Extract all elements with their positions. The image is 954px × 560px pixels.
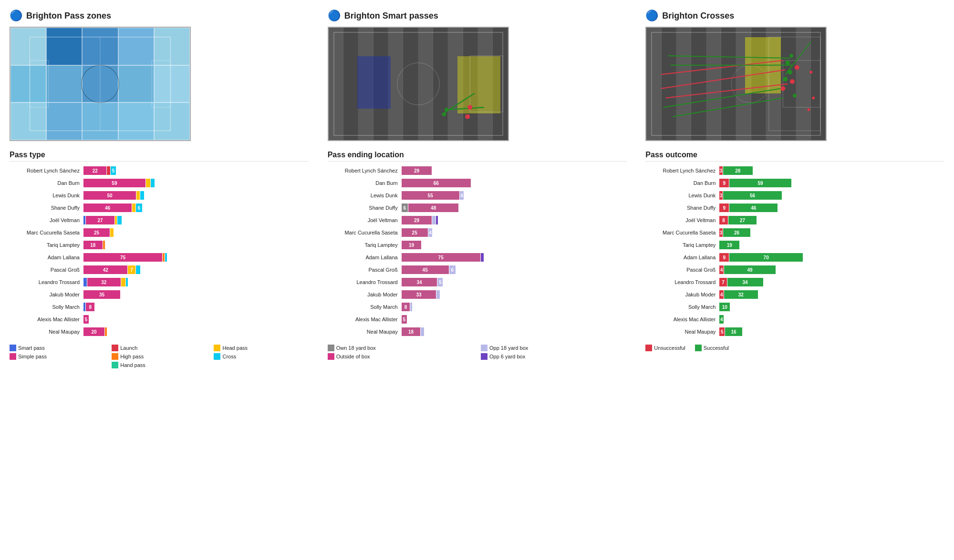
bar-pink: 5 (83, 315, 89, 324)
svg-point-27 (788, 70, 793, 75)
svg-point-11 (465, 114, 470, 119)
bar-group-outcome: 946 (719, 204, 944, 212)
legend-smart-pass: Smart pass (10, 345, 104, 351)
pass-end-row: Shane Duffy648 (328, 203, 627, 213)
legend-outside-box: Outside of box (328, 353, 473, 360)
pass-zones-pitch (10, 27, 191, 141)
player-name-label-outcome: Solly March (645, 304, 719, 310)
pz-cell-14 (154, 102, 190, 140)
pass-outcome-row: Shane Duffy946 (645, 203, 944, 213)
svg-point-30 (790, 79, 795, 84)
legend-smart-pass-color (10, 345, 16, 351)
bar-cyan: 6 (136, 204, 142, 212)
pass-outcome-row: Dan Burn959 (645, 178, 944, 188)
pass-outcome-row: Tariq Lamptey19 (645, 240, 944, 250)
brighton-logo-1: 🔵 (10, 10, 22, 22)
pz-cell-0 (10, 28, 46, 65)
bar-blue (83, 303, 85, 311)
pass-type-chart: Robert Lynch Sánchez225Dan Burn59Lewis D… (10, 165, 309, 337)
svg-point-33 (793, 94, 797, 98)
pass-end-row: Dan Burn66 (328, 178, 627, 188)
bar-outcome-green: 28 (723, 166, 753, 175)
player-name-label-outcome: Dan Burn (645, 180, 719, 186)
bar-group-end: 19 (402, 241, 627, 249)
pz-cell-13 (118, 102, 154, 140)
bar-group-outcome: 19 (719, 241, 944, 249)
player-name-label-end: Jakub Moder (328, 292, 402, 297)
legend-head-pass-label: Head pass (222, 345, 248, 351)
bar-group-outcome: 827 (719, 216, 944, 224)
bar-cyan (165, 253, 167, 262)
bar-cyan (126, 278, 128, 286)
bar-end-purple (481, 253, 484, 262)
bar-pink: 18 (83, 241, 103, 249)
legend-outside-box-label: Outside of box (336, 354, 370, 359)
pass-end-row: Adam Lallana75 (328, 252, 627, 263)
pass-type-row: Adam Lallana75 (10, 252, 309, 263)
bar-group: 5 (83, 315, 309, 324)
bar-group: 18 (83, 241, 309, 249)
player-name-label: Marc Cucurella Saseta (10, 230, 83, 235)
bar-pink: 42 (83, 265, 127, 274)
player-name-label-outcome: Marc Cucurella Saseta (645, 230, 719, 235)
bar-outcome-red: 3 (719, 191, 723, 200)
svg-point-17 (732, 65, 769, 103)
bar-yellow (121, 278, 125, 286)
player-name-label: Neal Maupay (10, 329, 83, 335)
pz-cell-10 (10, 102, 46, 140)
pitches-row: 🔵 Brighton Pass zones (10, 10, 944, 141)
legend-launch-label: Launch (120, 345, 137, 351)
bar-group: 427 (83, 265, 309, 274)
bar-outcome-green: 4 (719, 315, 724, 324)
bar-group-outcome: 959 (719, 179, 944, 187)
pass-outcome-legend: Unsuccessful Successful (645, 345, 944, 351)
svg-rect-14 (652, 32, 820, 135)
legend-own-box-color (328, 345, 334, 351)
legend-unsuccessful-label: Unsuccessful (654, 345, 685, 351)
bar-yellow (146, 179, 150, 187)
bar-orange (103, 241, 105, 249)
crosses-pitch (645, 27, 827, 141)
svg-point-34 (810, 71, 813, 73)
svg-line-9 (449, 107, 484, 110)
bar-orange (163, 253, 165, 262)
player-name-label: Alexis Mac Allister (10, 316, 83, 322)
player-name-label-end: Marc Cucurella Saseta (328, 230, 402, 235)
pass-type-row: Joël Veltman27 (10, 215, 309, 225)
pass-outcome-row: Lewis Dunk356 (645, 190, 944, 201)
svg-point-12 (445, 108, 448, 112)
legend-unsuccessful-color (645, 345, 652, 351)
bar-outcome-red: 3 (719, 228, 723, 237)
pass-end-row: Jakub Moder33 (328, 289, 627, 300)
pass-end-row: Joël Veltman29 (328, 215, 627, 225)
bar-yellow (136, 191, 140, 200)
player-name-label-end: Alexis Mac Allister (328, 316, 402, 322)
bar-end-lavender (436, 290, 440, 299)
bar-group-end: 8 (402, 303, 627, 311)
bar-outcome-red: 9 (719, 179, 729, 187)
svg-rect-5 (334, 32, 503, 135)
player-name-label: Joël Veltman (10, 217, 83, 223)
crosses-title-text: Brighton Crosses (662, 11, 734, 21)
pass-type-row: Tariq Lamptey18 (10, 240, 309, 250)
pass-end-row: Lewis Dunk554 (328, 190, 627, 201)
player-name-label-end: Adam Lallana (328, 255, 402, 260)
bar-outcome-green: 16 (725, 327, 742, 336)
pass-type-row: Jakub Moder35 (10, 289, 309, 300)
legend-launch-color (112, 345, 118, 351)
legend-hand-pass-color (112, 362, 118, 368)
bar-outcome-red: 8 (719, 216, 728, 224)
pass-type-row: Dan Burn59 (10, 178, 309, 188)
legend-successful-label: Successful (704, 345, 729, 351)
legend-head-pass-color (214, 345, 220, 351)
bar-group-outcome: 328 (719, 166, 944, 175)
pass-outcome-section: Pass outcome Robert Lynch Sánchez328Dan … (645, 151, 944, 339)
player-name-label-outcome: Pascal Groß (645, 267, 719, 273)
bar-group-outcome: 734 (719, 278, 944, 286)
pz-cell-3 (118, 28, 154, 65)
pass-type-row: Solly March8 (10, 302, 309, 312)
bar-group-end: 5 (402, 315, 627, 324)
pass-outcome-row: Jakub Moder432 (645, 289, 944, 300)
bar-pink: 32 (87, 278, 121, 286)
player-name-label: Tariq Lamptey (10, 242, 83, 248)
